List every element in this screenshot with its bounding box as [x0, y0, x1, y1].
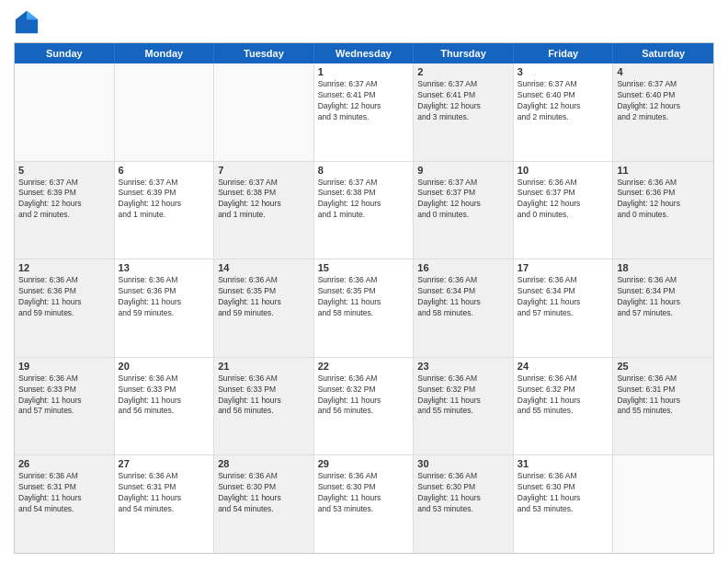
calendar-cell: 20Sunrise: 6:36 AMSunset: 6:33 PMDayligh…: [115, 358, 215, 455]
cell-line: Daylight: 11 hours: [218, 297, 310, 308]
cell-line: and 2 minutes.: [617, 112, 710, 123]
cell-line: Sunrise: 6:36 AM: [318, 275, 410, 286]
cell-line: Sunset: 6:34 PM: [518, 286, 609, 297]
cell-line: Daylight: 11 hours: [318, 493, 410, 504]
calendar-cell: 28Sunrise: 6:36 AMSunset: 6:30 PMDayligh…: [214, 455, 314, 553]
cell-line: Sunset: 6:34 PM: [617, 286, 710, 297]
day-number: 24: [518, 361, 609, 372]
header: [14, 9, 714, 35]
cell-line: Daylight: 12 hours: [318, 101, 410, 112]
cell-line: Sunset: 6:38 PM: [218, 188, 310, 199]
cell-line: Sunset: 6:39 PM: [119, 188, 210, 199]
calendar-cell: 12Sunrise: 6:36 AMSunset: 6:36 PMDayligh…: [15, 259, 115, 357]
cell-line: and 59 minutes.: [119, 308, 210, 319]
cell-line: and 55 minutes.: [617, 406, 710, 417]
cell-line: and 1 minute.: [119, 210, 210, 221]
cell-line: Sunrise: 6:36 AM: [18, 275, 110, 286]
calendar-cell: 23Sunrise: 6:36 AMSunset: 6:32 PMDayligh…: [414, 358, 514, 455]
cell-line: and 57 minutes.: [617, 308, 710, 319]
cell-line: and 53 minutes.: [318, 504, 410, 515]
cell-line: Daylight: 11 hours: [18, 396, 110, 407]
cell-line: Sunset: 6:40 PM: [617, 90, 710, 101]
calendar-cell: 30Sunrise: 6:36 AMSunset: 6:30 PMDayligh…: [414, 455, 514, 553]
cell-line: Daylight: 11 hours: [518, 396, 609, 407]
cell-line: and 56 minutes.: [119, 406, 210, 417]
cell-line: Sunset: 6:33 PM: [119, 385, 210, 396]
calendar-cell: [613, 455, 713, 553]
calendar-cell: 9Sunrise: 6:37 AMSunset: 6:37 PMDaylight…: [414, 162, 514, 259]
day-number: 25: [617, 361, 710, 372]
cell-line: Sunset: 6:38 PM: [318, 188, 410, 199]
cell-line: Sunrise: 6:36 AM: [617, 275, 710, 286]
cell-line: Sunset: 6:30 PM: [318, 482, 410, 493]
cell-line: Sunset: 6:32 PM: [417, 385, 509, 396]
calendar-body: 1Sunrise: 6:37 AMSunset: 6:41 PMDaylight…: [15, 63, 713, 553]
cell-line: Sunrise: 6:37 AM: [518, 79, 609, 90]
day-number: 11: [617, 165, 710, 176]
cell-line: Daylight: 12 hours: [617, 199, 710, 210]
cell-line: and 2 minutes.: [518, 112, 609, 123]
cell-line: Daylight: 11 hours: [18, 493, 110, 504]
cell-line: Sunrise: 6:36 AM: [518, 471, 609, 482]
calendar-cell: 3Sunrise: 6:37 AMSunset: 6:40 PMDaylight…: [514, 63, 614, 161]
calendar-row: 12Sunrise: 6:36 AMSunset: 6:36 PMDayligh…: [15, 259, 713, 358]
calendar-cell: 29Sunrise: 6:36 AMSunset: 6:30 PMDayligh…: [314, 455, 415, 553]
cell-line: Sunrise: 6:37 AM: [617, 79, 710, 90]
cell-line: and 56 minutes.: [218, 406, 310, 417]
cell-line: Sunset: 6:30 PM: [417, 482, 509, 493]
cell-line: and 0 minutes.: [417, 210, 509, 221]
cell-line: Sunrise: 6:36 AM: [518, 373, 609, 385]
calendar-cell: 8Sunrise: 6:37 AMSunset: 6:38 PMDaylight…: [314, 162, 415, 259]
page: SundayMondayTuesdayWednesdayThursdayFrid…: [0, 0, 728, 563]
cell-line: Sunset: 6:41 PM: [318, 90, 410, 101]
calendar-cell: [115, 63, 215, 161]
day-number: 29: [318, 458, 410, 469]
cell-line: Sunset: 6:33 PM: [18, 385, 110, 396]
day-number: 21: [218, 361, 310, 372]
calendar-cell: 13Sunrise: 6:36 AMSunset: 6:36 PMDayligh…: [115, 259, 215, 357]
calendar-cell: 2Sunrise: 6:37 AMSunset: 6:41 PMDaylight…: [414, 63, 514, 161]
day-number: 30: [417, 458, 509, 469]
cell-line: Sunrise: 6:36 AM: [218, 373, 310, 385]
day-number: 22: [318, 361, 410, 372]
calendar-cell: 21Sunrise: 6:36 AMSunset: 6:33 PMDayligh…: [214, 358, 314, 455]
cell-line: Sunrise: 6:36 AM: [417, 471, 509, 482]
weekday-header: Saturday: [613, 43, 713, 63]
calendar-cell: 1Sunrise: 6:37 AMSunset: 6:41 PMDaylight…: [314, 63, 415, 161]
cell-line: and 54 minutes.: [218, 504, 310, 515]
cell-line: Daylight: 11 hours: [119, 297, 210, 308]
cell-line: and 54 minutes.: [119, 504, 210, 515]
cell-line: and 0 minutes.: [518, 210, 609, 221]
cell-line: Daylight: 11 hours: [218, 493, 310, 504]
cell-line: Daylight: 11 hours: [617, 297, 710, 308]
calendar-row: 5Sunrise: 6:37 AMSunset: 6:39 PMDaylight…: [15, 162, 713, 260]
cell-line: Sunset: 6:39 PM: [18, 188, 110, 199]
weekday-header: Thursday: [414, 43, 514, 63]
cell-line: Daylight: 12 hours: [417, 101, 509, 112]
cell-line: Sunset: 6:32 PM: [318, 385, 410, 396]
day-number: 12: [18, 262, 110, 273]
day-number: 15: [318, 262, 410, 273]
cell-line: Daylight: 12 hours: [518, 199, 609, 210]
calendar-cell: 17Sunrise: 6:36 AMSunset: 6:34 PMDayligh…: [514, 259, 614, 357]
calendar-cell: 15Sunrise: 6:36 AMSunset: 6:35 PMDayligh…: [314, 259, 415, 357]
cell-line: and 55 minutes.: [417, 406, 509, 417]
calendar-cell: [214, 63, 314, 161]
cell-line: Sunrise: 6:36 AM: [617, 178, 710, 189]
cell-line: Daylight: 11 hours: [318, 396, 410, 407]
day-number: 8: [318, 165, 410, 176]
cell-line: Sunset: 6:31 PM: [18, 482, 110, 493]
calendar-row: 1Sunrise: 6:37 AMSunset: 6:41 PMDaylight…: [15, 63, 713, 162]
cell-line: Sunrise: 6:36 AM: [318, 373, 410, 385]
calendar: SundayMondayTuesdayWednesdayThursdayFrid…: [14, 42, 714, 554]
cell-line: Sunset: 6:32 PM: [518, 385, 609, 396]
calendar-cell: 25Sunrise: 6:36 AMSunset: 6:31 PMDayligh…: [613, 358, 713, 455]
day-number: 7: [218, 165, 310, 176]
cell-line: Daylight: 11 hours: [417, 396, 509, 407]
cell-line: and 54 minutes.: [18, 504, 110, 515]
day-number: 18: [617, 262, 710, 273]
cell-line: Sunrise: 6:36 AM: [218, 275, 310, 286]
cell-line: and 53 minutes.: [518, 504, 609, 515]
cell-line: Daylight: 12 hours: [119, 199, 210, 210]
weekday-header: Monday: [115, 43, 215, 63]
